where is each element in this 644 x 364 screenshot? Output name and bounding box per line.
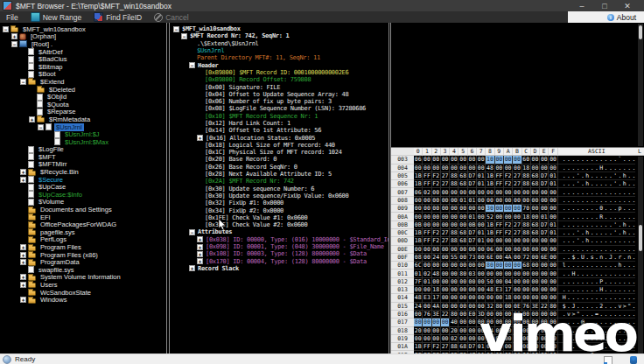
detail-line-mft-record-nr-742-seqnr[interactable]: −$MFT Record Nr: 742, SeqNr: 1 [173, 32, 388, 39]
hex-byte-cell[interactable]: 00 [477, 270, 486, 277]
hex-byte-cell[interactable]: 6E [486, 254, 494, 262]
hex-byte-cell[interactable]: 01 [458, 197, 467, 205]
hex-byte-cell[interactable]: 27 [441, 172, 450, 180]
hex-byte-cell[interactable]: 00 [423, 335, 431, 343]
hex-byte-cell[interactable]: 88 [450, 180, 458, 188]
tree-item-root[interactable]: −[Root] . [0, 40, 166, 48]
tree-item-extend[interactable]: −$Extend [0, 78, 166, 86]
hex-byte-cell[interactable]: 00 [495, 205, 504, 213]
hex-byte-cell[interactable]: 00 [504, 156, 513, 164]
hex-byte-cell[interactable]: 00 [477, 221, 486, 229]
hex-byte-cell[interactable]: 00 [458, 303, 467, 311]
expand-icon[interactable]: + [20, 297, 26, 303]
hex-byte-cell[interactable]: 01 [423, 278, 431, 286]
hex-byte-cell[interactable]: 00 [531, 156, 540, 164]
tree-item-boot[interactable]: $Boot [0, 71, 166, 79]
hex-ascii-cell[interactable]: ...'.h.....'.h.. [558, 229, 635, 237]
hex-byte-cell[interactable]: F2 [432, 172, 441, 180]
hex-byte-cell[interactable]: 00 [441, 246, 450, 254]
hex-byte-cell[interactable]: 88 [450, 229, 458, 237]
tree-item-system-volume-information[interactable]: +System Volume Information [0, 274, 166, 282]
hex-byte-cell[interactable]: 00 [531, 286, 540, 294]
hex-byte-cell[interactable]: 0B [414, 221, 423, 229]
hex-byte-cell[interactable]: 00 [468, 335, 477, 343]
hex-byte-cell[interactable]: 00 [531, 197, 540, 205]
hex-byte-cell[interactable]: 68 [531, 172, 540, 180]
hex-byte-cell[interactable]: 80 [414, 318, 423, 326]
hex-byte-cell[interactable]: 68 [458, 343, 467, 351]
hex-byte-cell[interactable]: 27 [513, 221, 522, 229]
hex-byte-cell[interactable]: F2 [432, 237, 441, 245]
hex-byte-cell[interactable]: 00 [441, 205, 450, 213]
hex-byte-cell[interactable]: 00 [432, 188, 441, 196]
hex-byte-cell[interactable]: 00 [423, 213, 431, 220]
hex-byte-cell[interactable]: 00 [441, 262, 450, 270]
hex-ascii-cell[interactable]: ..$.U.s.n.J.r.n. [558, 254, 635, 262]
hex-byte-cell[interactable]: 00 [477, 254, 486, 262]
hex-byte-cell[interactable]: 27 [441, 237, 450, 245]
hex-byte-cell[interactable]: 80 [486, 262, 494, 270]
hex-byte-cell[interactable]: 00 [450, 213, 458, 220]
hex-ascii-cell[interactable]: ........0...p... [558, 205, 635, 213]
hex-byte-cell[interactable]: 20 [414, 327, 423, 335]
hex-byte-cell[interactable]: 00 [486, 188, 494, 196]
hex-byte-cell[interactable]: F2 [504, 172, 513, 180]
hex-ascii-cell[interactable]: ........P....... [558, 278, 635, 286]
tree-item-upcase[interactable]: $UpCase [0, 183, 166, 191]
hex-byte-cell[interactable]: 00 [458, 335, 467, 343]
hex-byte-cell[interactable]: 00 [468, 318, 477, 326]
hex-byte-cell[interactable]: 00 [495, 254, 504, 262]
hex-byte-cell[interactable]: 00 [549, 213, 557, 220]
tree-item-mft-win10sandbox[interactable]: −$MFT_win10sandbox [0, 25, 166, 33]
collapse-icon[interactable]: − [181, 33, 187, 39]
hex-byte-cell[interactable]: 00 [513, 237, 522, 245]
hex-byte-cell[interactable]: 00 [432, 335, 441, 343]
detail-line-usnjrnl[interactable]: $UsnJrnl [173, 47, 388, 54]
hex-byte-cell[interactable]: 00 [423, 286, 431, 294]
hex-byte-cell[interactable]: 6C [414, 262, 423, 270]
hex-byte-cell[interactable]: 1B [486, 172, 494, 180]
detail-line-0x18-logical-size-of-mft-r[interactable]: [0x18] Logical Size of MFT record: 440 [173, 142, 388, 149]
hex-byte-cell[interactable]: 02 [450, 335, 458, 343]
tree-item-perflogs[interactable]: PerfLogs [0, 236, 166, 244]
hex-byte-cell[interactable]: 00 [458, 294, 467, 302]
hex-byte-cell[interactable]: 68 [458, 172, 467, 180]
hex-byte-cell[interactable]: 00 [549, 188, 557, 196]
hex-byte-cell[interactable]: 00 [522, 294, 531, 302]
detail-line-record-slack[interactable]: +Record Slack [173, 265, 388, 272]
expand-icon[interactable]: + [189, 265, 195, 271]
detail-line-0xb9800-record-offset-759[interactable]: [0xB9800] Record Offset: 759808 [173, 76, 388, 83]
hex-byte-cell[interactable]: FF [495, 180, 504, 188]
hex-byte-cell[interactable]: 00 [531, 278, 540, 286]
hex-byte-cell[interactable]: 00 [540, 246, 549, 254]
hex-byte-cell[interactable]: 68 [458, 229, 467, 237]
hex-byte-cell[interactable]: 00 [495, 237, 504, 245]
detail-line-0x16-allocation-status-0x[interactable]: +[0x16] Allocation Status: 0x0005 [173, 134, 388, 141]
expand-icon[interactable]: + [20, 282, 26, 288]
about-button[interactable]: i About [568, 11, 644, 23]
hex-byte-cell[interactable]: 00 [468, 246, 477, 254]
hex-byte-cell[interactable]: F2 [504, 180, 513, 188]
tree-item-officepackagesforwdag[interactable]: OfficePackagesForWDAG [0, 220, 166, 228]
hex-ascii-cell[interactable]: ........H....... [558, 286, 635, 294]
hex-byte-cell[interactable]: FF [423, 237, 431, 245]
hex-byte-cell[interactable]: 00 [486, 197, 494, 205]
hex-byte-cell[interactable]: 88 [450, 237, 458, 245]
hex-byte-cell[interactable]: 00 [495, 270, 504, 277]
hex-byte-cell[interactable]: 00 [458, 286, 467, 294]
hex-byte-cell[interactable]: 00 [522, 188, 531, 196]
hex-byte-cell[interactable]: 73 [468, 254, 477, 262]
tree-item-quota[interactable]: $Quota [0, 101, 166, 108]
hex-byte-cell[interactable]: 00 [477, 294, 486, 302]
hex-byte-cell[interactable]: 01 [477, 180, 486, 188]
hex-byte-cell[interactable]: 00 [531, 294, 540, 302]
hex-byte-cell[interactable]: 00 [423, 303, 431, 311]
hex-byte-cell[interactable]: 88 [522, 180, 531, 188]
hex-byte-cell[interactable]: 00 [477, 188, 486, 196]
hex-ascii-cell[interactable]: ................ [558, 188, 635, 196]
hex-byte-cell[interactable]: 00 [540, 188, 549, 196]
hex-byte-cell[interactable]: 00 [458, 318, 467, 326]
hex-byte-cell[interactable]: 00 [458, 262, 467, 270]
detail-line-0x1fe-check-value-1-0x06[interactable]: [0x1FE] Check Value #1: 0x0600 [173, 214, 388, 221]
hex-byte-cell[interactable]: 17 [504, 286, 513, 294]
